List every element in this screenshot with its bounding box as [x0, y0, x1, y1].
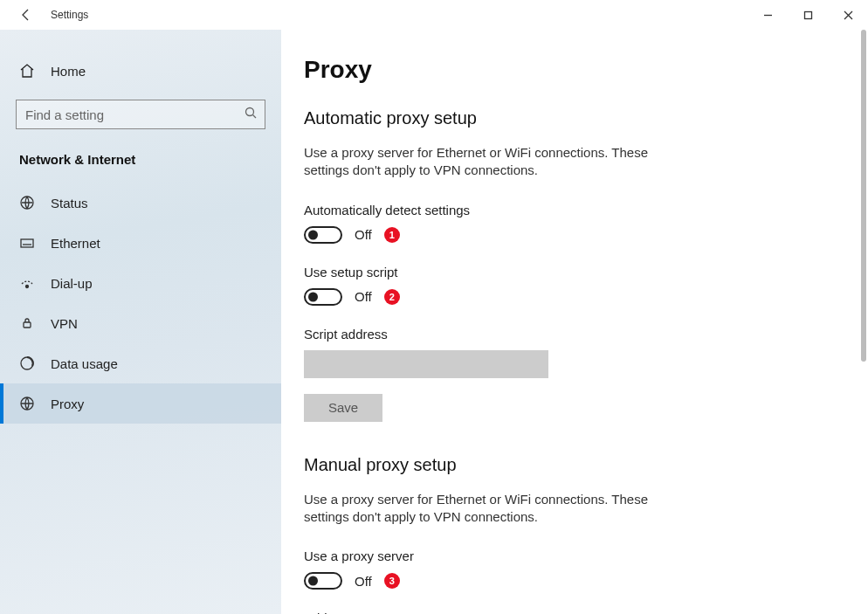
titlebar: Settings — [0, 0, 868, 30]
detect-toggle[interactable] — [304, 226, 342, 244]
main-content: Proxy Automatic proxy setup Use a proxy … — [281, 30, 868, 614]
sidebar-item-label: Dial-up — [51, 276, 93, 291]
page-title: Proxy — [304, 56, 868, 84]
sidebar-item-label: Ethernet — [51, 236, 100, 251]
sidebar-item-label: VPN — [51, 316, 78, 331]
sidebar-item-status[interactable]: Status — [0, 183, 281, 223]
annotation-badge-3: 3 — [384, 573, 400, 589]
sidebar-item-label: Proxy — [51, 397, 84, 411]
svg-rect-0 — [804, 11, 811, 18]
window-title: Settings — [51, 9, 88, 21]
sidebar-item-ethernet[interactable]: Ethernet — [0, 223, 281, 263]
sidebar: Home Network & Internet Status Ethernet — [0, 30, 281, 614]
annotation-badge-1: 1 — [384, 227, 400, 243]
detect-state: Off — [355, 227, 372, 242]
script-label: Use setup script — [304, 265, 868, 279]
sidebar-item-vpn[interactable]: VPN — [0, 303, 281, 343]
script-state: Off — [355, 289, 372, 304]
close-button[interactable] — [828, 0, 868, 30]
category-title: Network & Internet — [0, 147, 281, 183]
sidebar-item-dialup[interactable]: Dial-up — [0, 263, 281, 303]
dialup-icon — [19, 275, 35, 291]
manual-section-heading: Manual proxy setup — [304, 455, 868, 475]
scrollbar[interactable] — [861, 30, 866, 362]
sidebar-item-label: Status — [51, 196, 88, 210]
home-label: Home — [51, 64, 86, 79]
svg-point-4 — [26, 286, 29, 288]
use-proxy-toggle[interactable] — [304, 572, 342, 590]
manual-section-desc: Use a proxy server for Ethernet or WiFi … — [304, 491, 688, 527]
minimize-button[interactable] — [747, 0, 788, 30]
home-button[interactable]: Home — [0, 56, 281, 86]
sidebar-item-label: Data usage — [51, 356, 118, 371]
save-button[interactable]: Save — [304, 394, 382, 422]
search-input[interactable] — [16, 100, 265, 129]
status-icon — [19, 195, 35, 210]
svg-rect-5 — [24, 322, 31, 328]
use-proxy-state: Off — [355, 574, 372, 589]
svg-rect-3 — [21, 239, 33, 247]
ethernet-icon — [19, 235, 35, 251]
data-usage-icon — [19, 355, 35, 371]
auto-section-heading: Automatic proxy setup — [304, 108, 868, 128]
proxy-icon — [19, 396, 35, 411]
home-icon — [19, 63, 35, 79]
script-toggle[interactable] — [304, 288, 342, 306]
manual-address-label: Address — [304, 611, 352, 614]
manual-port-label: Port — [436, 611, 460, 614]
sidebar-item-data-usage[interactable]: Data usage — [0, 343, 281, 383]
use-proxy-label: Use a proxy server — [304, 548, 868, 563]
sidebar-item-proxy[interactable]: Proxy — [0, 383, 281, 424]
maximize-button[interactable] — [788, 0, 828, 30]
search-icon — [245, 107, 257, 122]
annotation-badge-2: 2 — [384, 289, 400, 305]
svg-point-1 — [246, 108, 254, 116]
vpn-icon — [19, 315, 35, 331]
auto-section-desc: Use a proxy server for Ethernet or WiFi … — [304, 144, 688, 180]
script-address-input[interactable] — [304, 350, 548, 378]
back-button[interactable] — [19, 8, 33, 22]
detect-label: Automatically detect settings — [304, 203, 868, 217]
script-address-label: Script address — [304, 327, 868, 341]
